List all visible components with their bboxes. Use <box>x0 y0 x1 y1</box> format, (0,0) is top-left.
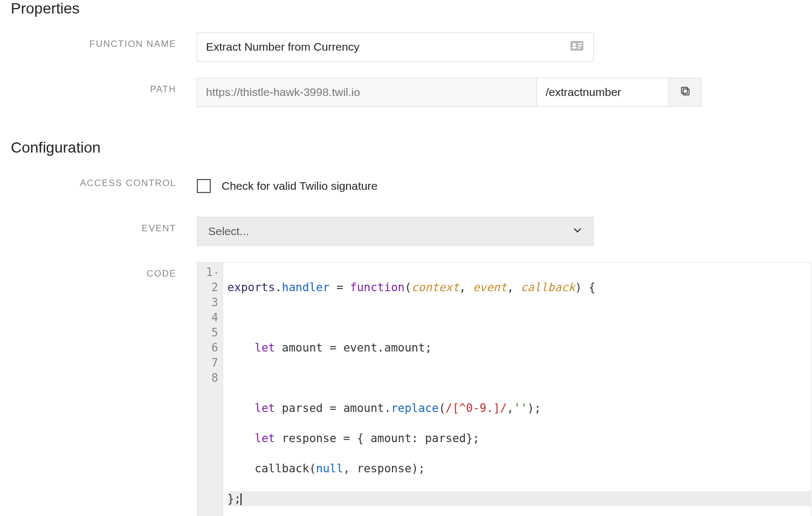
event-label: EVENT <box>11 217 197 234</box>
svg-rect-3 <box>578 43 582 44</box>
svg-rect-2 <box>572 47 576 49</box>
code-label: CODE <box>11 262 197 279</box>
id-card-icon <box>570 40 583 53</box>
code-editor[interactable]: 1 ▾ 2 3 4 5 6 7 8 exports.handler = func… <box>197 262 811 516</box>
chevron-down-icon <box>573 225 582 238</box>
copy-path-button[interactable] <box>669 78 701 107</box>
access-control-checkbox-label: Check for valid Twilio signature <box>222 180 377 192</box>
copy-icon <box>680 86 691 99</box>
svg-point-1 <box>573 43 576 46</box>
function-name-label: FUNCTION NAME <box>11 32 197 50</box>
function-name-value: Extract Number from Currency <box>206 40 360 53</box>
access-control-label: ACCESS CONTROL <box>11 171 197 189</box>
configuration-heading: Configuration <box>11 139 801 156</box>
code-gutter: 1 ▾ 2 3 4 5 6 7 8 <box>197 263 223 516</box>
properties-heading: Properties <box>11 0 801 17</box>
svg-rect-7 <box>682 87 687 93</box>
event-select-placeholder: Select... <box>208 225 249 238</box>
function-name-input[interactable]: Extract Number from Currency <box>197 32 594 61</box>
svg-rect-4 <box>578 45 582 46</box>
access-control-checkbox[interactable] <box>197 179 211 193</box>
svg-rect-6 <box>683 89 689 95</box>
code-body[interactable]: exports.handler = function(context, even… <box>223 263 811 516</box>
svg-rect-5 <box>578 47 581 49</box>
fold-icon[interactable]: ▾ <box>213 265 218 280</box>
path-label: PATH <box>11 78 197 95</box>
path-suffix-input[interactable]: /extractnumber <box>537 78 669 107</box>
event-select[interactable]: Select... <box>197 217 594 246</box>
path-base-readonly: https://thistle-hawk-3998.twil.io <box>197 78 537 107</box>
